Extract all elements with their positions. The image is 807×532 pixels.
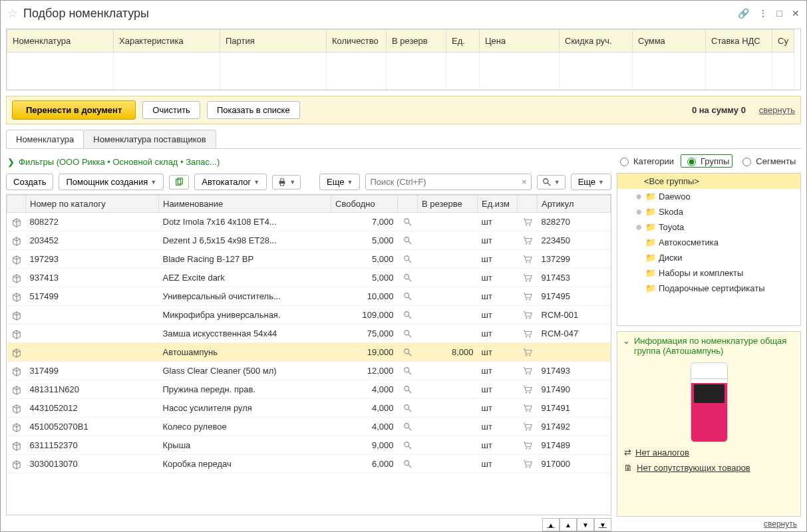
create-assistant-button[interactable]: Помощник создания▼ xyxy=(59,174,164,190)
groups-tree[interactable]: <Все группы>⊕📁Daewoo⊕📁Skoda⊕📁Toyota📁Авто… xyxy=(617,173,801,326)
more-vert-icon[interactable]: ⋮ xyxy=(758,8,768,19)
detail-icon[interactable] xyxy=(403,347,412,357)
table-row[interactable]: 203452Dezent J 6,5x15 4x98 ET28...5,000ш… xyxy=(7,231,611,250)
search-field[interactable]: × xyxy=(365,174,531,190)
add-cart-icon[interactable] xyxy=(523,310,532,320)
show-list-button[interactable]: Показать в списке xyxy=(207,101,300,119)
nav-last-button[interactable]: ▼ xyxy=(594,518,611,531)
collapse-link-bottom[interactable]: свернуть xyxy=(764,519,797,529)
chevron-down-icon[interactable]: ⌄ xyxy=(623,336,630,346)
favorite-star-icon[interactable]: ☆ xyxy=(7,6,18,21)
radio-groups[interactable]: Группы xyxy=(681,154,732,168)
link-icon[interactable]: 🔗 xyxy=(738,8,749,19)
no-analogs-link[interactable]: Нет аналогов xyxy=(635,448,689,458)
nav-up-button[interactable]: ▲ xyxy=(560,518,577,531)
add-cart-icon[interactable] xyxy=(523,384,532,394)
collapse-link-top[interactable]: свернуть xyxy=(759,105,795,115)
add-cart-icon[interactable] xyxy=(523,235,532,245)
print-button[interactable]: ▼ xyxy=(272,175,301,190)
tree-item[interactable]: 📁Подарочные сертификаты xyxy=(617,281,800,296)
no-related-link[interactable]: Нет сопутствующих товаров xyxy=(637,463,750,473)
create-button[interactable]: Создать xyxy=(6,174,53,190)
expander-icon[interactable]: ⊕ xyxy=(635,208,643,215)
tab-nomenclature[interactable]: Номенклатура xyxy=(6,130,84,148)
more-left-button[interactable]: Еще▼ xyxy=(319,174,360,190)
upper-col[interactable]: Номенклатура xyxy=(7,30,114,53)
add-cart-icon[interactable] xyxy=(523,254,532,264)
expander-icon[interactable]: ⊕ xyxy=(635,193,643,200)
upper-col[interactable]: Су xyxy=(772,30,794,53)
detail-icon[interactable] xyxy=(403,235,412,245)
table-row[interactable]: 808272Dotz Imola 7x16 4x108 ET4...7,000ш… xyxy=(7,213,611,231)
add-cart-icon[interactable] xyxy=(523,329,532,338)
upper-col[interactable]: Цена xyxy=(480,30,560,53)
add-cart-icon[interactable] xyxy=(523,217,532,227)
table-row[interactable]: 6311152370Крыша9,000шт917489 xyxy=(7,436,611,455)
copy-button[interactable] xyxy=(169,175,189,190)
tree-item[interactable]: 📁Наборы и комплекты xyxy=(617,265,800,281)
maximize-icon[interactable]: □ xyxy=(777,8,782,19)
col-unit[interactable]: Ед.изм xyxy=(478,196,518,213)
more-right-button[interactable]: Еще▼ xyxy=(571,174,611,190)
table-row[interactable]: 317499Glass Clear Cleaner (500 мл)12,000… xyxy=(7,362,611,380)
upper-col[interactable]: Скидка руч. xyxy=(560,30,633,53)
search-input[interactable] xyxy=(366,174,518,190)
close-icon[interactable]: ✕ xyxy=(792,8,800,19)
add-cart-icon[interactable] xyxy=(523,273,532,283)
add-cart-icon[interactable] xyxy=(523,291,532,301)
table-row[interactable]: 3030013070Коробка передач6,000шт917000 xyxy=(7,455,611,473)
filters-toggle[interactable]: ❯ Фильтры (ООО Рикка • Основной склад • … xyxy=(6,154,611,170)
col-catalog-number[interactable]: Номер по каталогу xyxy=(26,196,159,213)
detail-icon[interactable] xyxy=(403,310,412,320)
upper-col[interactable]: В резерв xyxy=(387,30,446,53)
clear-button[interactable]: Очистить xyxy=(142,101,200,119)
add-cart-icon[interactable] xyxy=(523,459,532,469)
detail-icon[interactable] xyxy=(403,384,412,394)
detail-icon[interactable] xyxy=(403,422,412,432)
expander-icon[interactable]: ⊕ xyxy=(635,223,643,231)
table-row[interactable]: 481311N620Пружина передн. прав.4,000шт91… xyxy=(7,380,611,399)
col-article[interactable]: Артикул xyxy=(538,196,611,213)
detail-icon[interactable] xyxy=(403,273,412,283)
col-reserve[interactable]: В резерве xyxy=(418,196,478,213)
col-free[interactable]: Свободно xyxy=(331,196,398,213)
upper-col[interactable]: Характеристика xyxy=(114,30,220,53)
selected-items-grid[interactable]: НоменклатураХарактеристикаПартияКоличест… xyxy=(6,29,801,90)
table-row[interactable]: 4431052012Насос усилителя руля4,000шт917… xyxy=(7,399,611,418)
advanced-search-button[interactable]: ▼ xyxy=(537,175,565,190)
upper-col[interactable]: Количество xyxy=(327,30,387,53)
add-cart-icon[interactable] xyxy=(523,347,532,357)
table-row[interactable]: 937413AEZ Excite dark5,000шт917453 xyxy=(7,269,611,287)
detail-icon[interactable] xyxy=(403,403,412,413)
nav-first-button[interactable]: ▲ xyxy=(542,518,560,531)
tree-item[interactable]: <Все группы> xyxy=(617,174,800,189)
radio-segments[interactable]: Сегменты xyxy=(739,156,796,166)
detail-icon[interactable] xyxy=(403,440,412,450)
table-row[interactable]: 517499Универсальный очиститель...10,000ш… xyxy=(7,287,611,306)
table-row[interactable]: Замша искусственная 54x4475,000штRCM-047 xyxy=(7,325,611,343)
nomenclature-grid[interactable]: Номер по каталогу Наименование Свободно … xyxy=(6,194,611,515)
detail-icon[interactable] xyxy=(403,217,412,227)
detail-icon[interactable] xyxy=(403,329,412,338)
add-cart-icon[interactable] xyxy=(523,366,532,376)
tab-supplier-nomenclature[interactable]: Номенклатура поставщиков xyxy=(83,130,216,148)
autocatalog-button[interactable]: Автокаталог▼ xyxy=(194,174,267,190)
detail-icon[interactable] xyxy=(403,366,412,376)
table-row[interactable]: Автошампунь19,0008,000шт xyxy=(7,343,611,362)
upper-col[interactable]: Сумма xyxy=(633,30,706,53)
product-image[interactable] xyxy=(691,362,728,442)
add-cart-icon[interactable] xyxy=(523,422,532,432)
upper-col[interactable]: Ставка НДС xyxy=(706,30,772,53)
table-row[interactable]: Микрофибра универсальная.109,000штRCM-00… xyxy=(7,306,611,325)
col-name[interactable]: Наименование xyxy=(159,196,331,213)
tree-item[interactable]: ⊕📁Skoda xyxy=(617,204,800,219)
detail-icon[interactable] xyxy=(403,459,412,469)
tree-item[interactable]: 📁Автокосметика xyxy=(617,235,800,250)
detail-icon[interactable] xyxy=(403,291,412,301)
add-cart-icon[interactable] xyxy=(523,440,532,450)
detail-icon[interactable] xyxy=(403,254,412,264)
table-row[interactable]: 197293Blade Racing B-127 BP5,000шт137299 xyxy=(7,250,611,269)
tree-item[interactable]: 📁Диски xyxy=(617,250,800,265)
upper-col[interactable]: Ед. xyxy=(446,30,480,53)
tree-item[interactable]: ⊕📁Daewoo xyxy=(617,189,800,204)
